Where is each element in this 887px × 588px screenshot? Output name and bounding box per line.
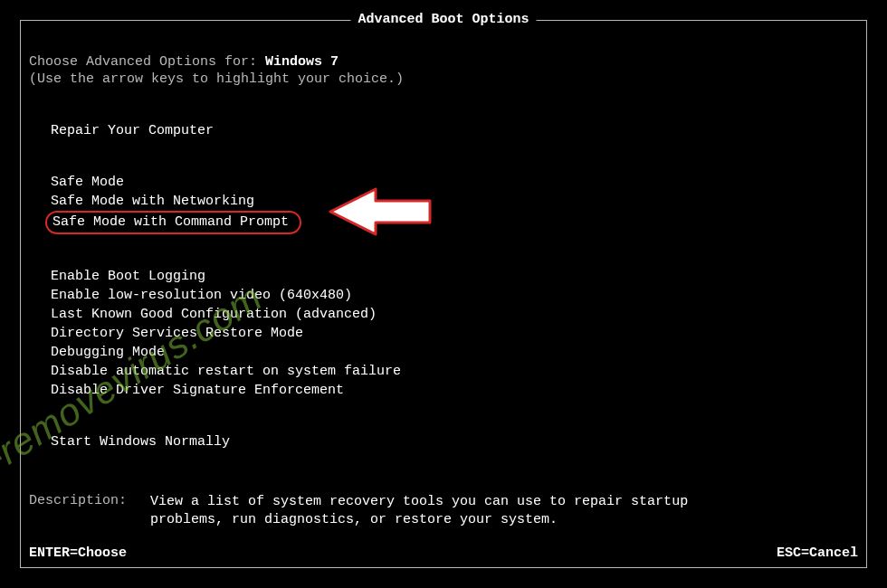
description-text: View a list of system recovery tools you… — [150, 493, 693, 529]
description-label: Description: — [29, 493, 127, 529]
footer-enter: ENTER=Choose — [29, 545, 127, 561]
option-enable-boot-logging[interactable]: Enable Boot Logging — [51, 267, 858, 286]
option-safe-mode-networking[interactable]: Safe Mode with Networking — [51, 192, 858, 211]
os-name: Windows 7 — [265, 54, 339, 70]
prompt-prefix: Choose Advanced Options for: — [29, 54, 265, 70]
prompt-line: Choose Advanced Options for: Windows 7 — [29, 54, 858, 70]
hint-line: (Use the arrow keys to highlight your ch… — [29, 71, 858, 87]
selected-highlight: Safe Mode with Command Prompt — [45, 211, 301, 234]
option-low-res-video[interactable]: Enable low-resolution video (640x480) — [51, 286, 858, 305]
description-block: Description: View a list of system recov… — [29, 493, 858, 529]
option-safe-mode[interactable]: Safe Mode — [51, 173, 858, 192]
options-section: Repair Your Computer Safe Mode Safe Mode… — [51, 121, 858, 451]
option-debugging-mode[interactable]: Debugging Mode — [51, 343, 858, 362]
option-last-known-good[interactable]: Last Known Good Configuration (advanced) — [51, 305, 858, 324]
option-safe-mode-command-prompt[interactable]: Safe Mode with Command Prompt — [51, 211, 858, 234]
footer-esc: ESC=Cancel — [777, 545, 858, 561]
option-disable-auto-restart[interactable]: Disable automatic restart on system fail… — [51, 362, 858, 381]
option-disable-driver-sig[interactable]: Disable Driver Signature Enforcement — [51, 381, 858, 400]
option-start-windows-normally[interactable]: Start Windows Normally — [51, 432, 858, 451]
footer-bar: ENTER=Choose ESC=Cancel — [29, 545, 858, 561]
option-repair-your-computer[interactable]: Repair Your Computer — [51, 121, 858, 140]
option-directory-services-restore[interactable]: Directory Services Restore Mode — [51, 324, 858, 343]
window-title: Advanced Boot Options — [350, 12, 536, 27]
content-area: Choose Advanced Options for: Windows 7 (… — [29, 54, 858, 529]
